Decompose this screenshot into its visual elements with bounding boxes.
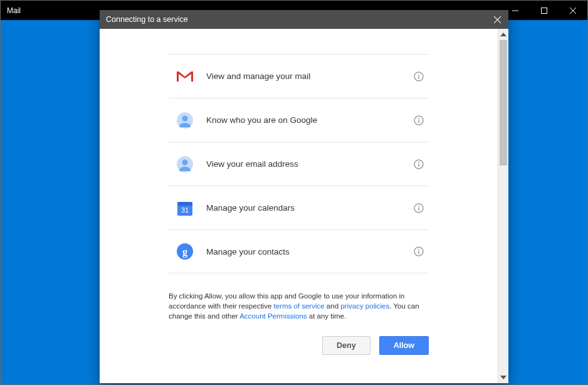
allow-button[interactable]: Allow — [379, 336, 429, 355]
app-body: Connecting to a service View and manage … — [1, 20, 587, 384]
permission-label: Manage your calendars — [206, 203, 414, 213]
svg-point-8 — [418, 74, 419, 75]
svg-rect-30 — [418, 251, 419, 254]
terms-of-service-link[interactable]: terms of service — [273, 302, 324, 310]
permission-label: View your email address — [206, 159, 414, 169]
permission-row: View and manage your mail — [169, 54, 429, 98]
info-icon[interactable] — [414, 71, 424, 82]
svg-point-13 — [418, 118, 419, 119]
maximize-button[interactable] — [530, 1, 559, 20]
mail-window: Mail Connecting to a service — [0, 0, 588, 385]
permission-row: Know who you are on Google — [169, 98, 429, 142]
dialog-buttons: Deny Allow — [169, 336, 429, 355]
info-icon[interactable] — [414, 246, 424, 256]
gmail-icon — [176, 68, 194, 85]
svg-rect-1 — [542, 8, 547, 13]
calendar-icon: 31 — [176, 199, 194, 217]
disclosure-text: By clicking Allow, you allow this app an… — [169, 291, 429, 321]
scroll-down-arrow[interactable] — [498, 372, 508, 383]
window-controls — [501, 1, 587, 20]
svg-point-11 — [182, 115, 188, 121]
permission-label: View and manage your mail — [206, 71, 414, 81]
privacy-policies-link[interactable]: privacy policies — [340, 302, 389, 310]
user-icon — [176, 156, 194, 173]
permission-row: g Manage your contacts — [169, 229, 429, 273]
deny-button[interactable]: Deny — [322, 336, 370, 355]
disclosure-suffix: at any time. — [307, 312, 347, 320]
svg-point-18 — [418, 162, 419, 163]
svg-rect-25 — [418, 208, 419, 211]
dialog-header: Connecting to a service — [100, 10, 508, 29]
scroll-thumb[interactable] — [500, 40, 507, 166]
svg-point-29 — [418, 249, 419, 250]
svg-text:g: g — [182, 246, 187, 258]
user-icon — [176, 112, 194, 129]
dialog-title: Connecting to a service — [106, 15, 491, 24]
close-window-button[interactable] — [559, 1, 587, 20]
info-icon[interactable] — [414, 203, 424, 213]
svg-point-24 — [418, 206, 419, 207]
svg-rect-21 — [177, 202, 192, 206]
account-permissions-link[interactable]: Account Permissions — [239, 312, 307, 320]
content-inner: View and manage your mail Know who you a… — [100, 29, 498, 383]
info-icon[interactable] — [414, 159, 424, 169]
dialog-content: View and manage your mail Know who you a… — [100, 29, 508, 383]
scrollbar[interactable] — [498, 29, 508, 383]
dialog-close-button[interactable] — [491, 13, 503, 26]
permission-label: Know who you are on Google — [206, 115, 414, 125]
permission-row: View your email address — [169, 142, 429, 186]
contacts-icon: g — [176, 243, 194, 260]
svg-point-16 — [182, 159, 188, 165]
disclosure-and: and — [325, 302, 341, 310]
svg-text:31: 31 — [181, 206, 189, 214]
permission-label: Manage your contacts — [206, 247, 414, 256]
connect-service-dialog: Connecting to a service View and manage … — [100, 10, 508, 383]
svg-rect-14 — [418, 120, 419, 123]
scroll-track[interactable] — [498, 40, 508, 372]
svg-rect-9 — [418, 76, 419, 79]
scroll-up-arrow[interactable] — [498, 29, 508, 40]
permission-row: 31 Manage your calendars — [169, 186, 429, 229]
info-icon[interactable] — [414, 115, 424, 125]
permissions-list: View and manage your mail Know who you a… — [169, 54, 429, 273]
svg-rect-19 — [418, 164, 419, 167]
